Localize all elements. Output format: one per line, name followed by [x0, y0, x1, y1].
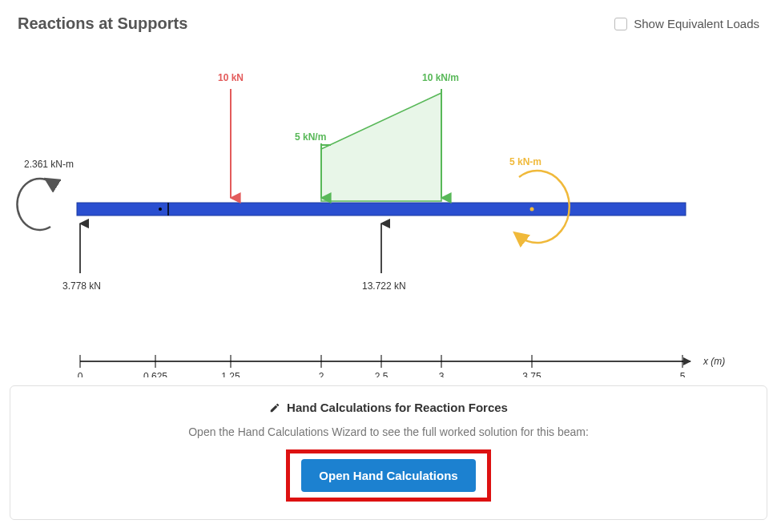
open-hand-calculations-button[interactable]: Open Hand Calculations	[301, 459, 475, 492]
svg-point-0	[159, 208, 162, 211]
show-equivalent-loads-checkbox[interactable]: Show Equivalent Loads	[614, 17, 759, 30]
x-axis: x (m) 0 0.625 1.25 2 2.5 3 3.75 5	[78, 355, 726, 377]
hand-calc-card: Hand Calculations for Reaction Forces Op…	[10, 385, 767, 520]
axis-tick-1: 0.625	[143, 371, 167, 377]
reaction-a-label: 3.778 kN	[62, 280, 101, 292]
axis-tick-4: 2.5	[375, 371, 388, 377]
applied-moment-label: 5 kN-m	[509, 156, 541, 167]
card-title: Hand Calculations for Reaction Forces	[287, 401, 508, 414]
point-load-label: 10 kN	[218, 72, 244, 83]
svg-marker-3	[321, 93, 441, 201]
axis-tick-3: 2	[319, 371, 324, 377]
applied-moment: 5 kN-m	[509, 156, 570, 243]
checkbox-label: Show Equivalent Loads	[634, 17, 759, 30]
checkbox-icon	[614, 18, 627, 30]
axis-tick-7: 5	[680, 371, 686, 377]
dist-load-end-label: 10 kN/m	[422, 72, 459, 83]
beam-diagram: 10 kN 5 kN/m 10 kN/m 5 kN-m 2.361 kN-m 3…	[0, 41, 777, 377]
reaction-b-label: 13.722 kN	[362, 280, 406, 292]
pencil-icon	[269, 402, 280, 413]
reaction-moment-label: 2.361 kN-m	[24, 159, 74, 170]
dist-load-start-label: 5 kN/m	[295, 131, 326, 143]
axis-tick-5: 3	[439, 371, 445, 377]
svg-point-2	[530, 208, 534, 212]
distributed-load: 5 kN/m 10 kN/m	[295, 72, 459, 201]
page-title: Reactions at Supports	[18, 14, 187, 33]
card-subtitle: Open the Hand Calculations Wizard to see…	[26, 425, 751, 438]
axis-tick-2: 1.25	[221, 371, 240, 377]
axis-label: x (m)	[703, 356, 725, 367]
axis-tick-0: 0	[78, 371, 83, 377]
button-highlight-box: Open Hand Calculations	[286, 449, 490, 502]
reaction-moment: 2.361 kN-m	[17, 159, 74, 230]
axis-tick-6: 3.75	[522, 371, 541, 377]
